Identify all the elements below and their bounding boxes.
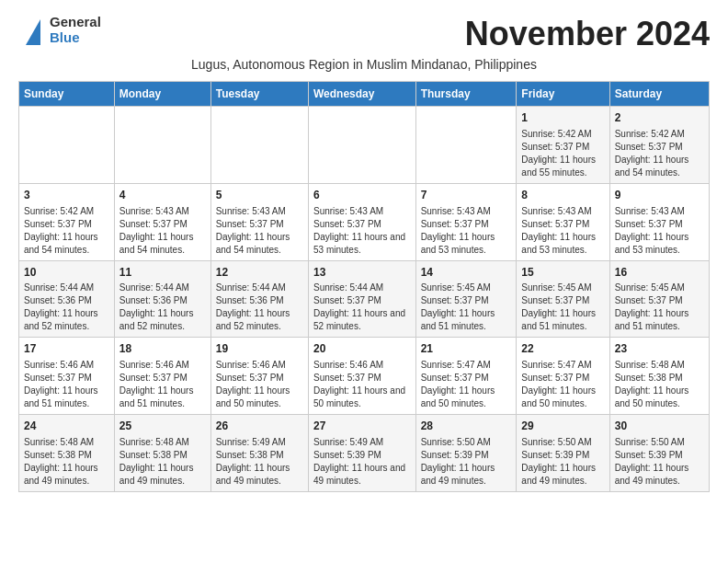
calendar-cell: 27Sunrise: 5:49 AM Sunset: 5:39 PM Dayli… <box>308 415 415 492</box>
day-number: 17 <box>24 341 109 357</box>
day-number: 19 <box>216 341 303 357</box>
logo-blue-text: Blue <box>50 30 101 46</box>
day-info: Sunrise: 5:42 AM Sunset: 5:37 PM Dayligh… <box>615 128 704 179</box>
calendar-cell: 17Sunrise: 5:46 AM Sunset: 5:37 PM Dayli… <box>19 338 115 415</box>
calendar-cell: 7Sunrise: 5:43 AM Sunset: 5:37 PM Daylig… <box>415 183 517 260</box>
calendar-cell: 13Sunrise: 5:44 AM Sunset: 5:37 PM Dayli… <box>308 260 415 338</box>
day-number: 29 <box>521 419 604 434</box>
calendar-cell: 14Sunrise: 5:45 AM Sunset: 5:37 PM Dayli… <box>415 260 517 338</box>
calendar-cell <box>308 107 415 184</box>
day-number: 20 <box>313 341 411 357</box>
calendar-header-row: SundayMondayTuesdayWednesdayThursdayFrid… <box>19 82 710 107</box>
day-info: Sunrise: 5:48 AM Sunset: 5:38 PM Dayligh… <box>119 436 206 488</box>
day-info: Sunrise: 5:50 AM Sunset: 5:39 PM Dayligh… <box>615 436 704 488</box>
day-number: 2 <box>615 110 704 126</box>
day-number: 14 <box>421 265 512 281</box>
day-info: Sunrise: 5:46 AM Sunset: 5:37 PM Dayligh… <box>119 359 206 410</box>
day-number: 24 <box>24 419 109 434</box>
calendar-week-row: 1Sunrise: 5:42 AM Sunset: 5:37 PM Daylig… <box>19 107 710 184</box>
day-info: Sunrise: 5:50 AM Sunset: 5:39 PM Dayligh… <box>421 436 512 488</box>
calendar-cell: 16Sunrise: 5:45 AM Sunset: 5:37 PM Dayli… <box>609 260 709 338</box>
col-header-saturday: Saturday <box>609 82 709 107</box>
day-info: Sunrise: 5:46 AM Sunset: 5:37 PM Dayligh… <box>313 359 411 410</box>
day-number: 18 <box>119 341 206 357</box>
day-info: Sunrise: 5:44 AM Sunset: 5:36 PM Dayligh… <box>119 282 206 333</box>
day-info: Sunrise: 5:44 AM Sunset: 5:36 PM Dayligh… <box>24 282 109 333</box>
day-info: Sunrise: 5:42 AM Sunset: 5:37 PM Dayligh… <box>24 205 109 257</box>
calendar-cell <box>114 107 210 184</box>
day-info: Sunrise: 5:43 AM Sunset: 5:37 PM Dayligh… <box>119 205 206 257</box>
day-number: 23 <box>615 341 704 357</box>
calendar-table: SundayMondayTuesdayWednesdayThursdayFrid… <box>18 81 710 492</box>
calendar-cell: 22Sunrise: 5:47 AM Sunset: 5:37 PM Dayli… <box>517 338 609 415</box>
day-number: 22 <box>521 341 604 357</box>
calendar-cell: 12Sunrise: 5:44 AM Sunset: 5:36 PM Dayli… <box>210 260 308 338</box>
calendar-cell: 24Sunrise: 5:48 AM Sunset: 5:38 PM Dayli… <box>19 415 115 492</box>
day-info: Sunrise: 5:48 AM Sunset: 5:38 PM Dayligh… <box>615 359 704 410</box>
day-info: Sunrise: 5:49 AM Sunset: 5:39 PM Dayligh… <box>313 436 411 488</box>
day-info: Sunrise: 5:47 AM Sunset: 5:37 PM Dayligh… <box>521 359 604 410</box>
calendar-cell: 2Sunrise: 5:42 AM Sunset: 5:37 PM Daylig… <box>609 107 709 184</box>
day-number: 7 <box>421 188 512 203</box>
calendar-week-row: 10Sunrise: 5:44 AM Sunset: 5:36 PM Dayli… <box>19 260 710 338</box>
day-number: 3 <box>24 188 109 203</box>
calendar-cell: 25Sunrise: 5:48 AM Sunset: 5:38 PM Dayli… <box>114 415 210 492</box>
day-info: Sunrise: 5:44 AM Sunset: 5:37 PM Dayligh… <box>313 282 411 333</box>
day-info: Sunrise: 5:45 AM Sunset: 5:37 PM Dayligh… <box>615 282 704 333</box>
day-info: Sunrise: 5:43 AM Sunset: 5:37 PM Dayligh… <box>521 205 604 257</box>
calendar-week-row: 17Sunrise: 5:46 AM Sunset: 5:37 PM Dayli… <box>19 338 710 415</box>
calendar-cell: 9Sunrise: 5:43 AM Sunset: 5:37 PM Daylig… <box>609 183 709 260</box>
day-number: 1 <box>521 110 604 126</box>
calendar-cell: 28Sunrise: 5:50 AM Sunset: 5:39 PM Dayli… <box>415 415 517 492</box>
col-header-monday: Monday <box>114 82 210 107</box>
page-header: General Blue November 2024 <box>18 15 710 53</box>
day-info: Sunrise: 5:45 AM Sunset: 5:37 PM Dayligh… <box>421 282 512 333</box>
month-title: November 2024 <box>465 15 710 53</box>
calendar-week-row: 3Sunrise: 5:42 AM Sunset: 5:37 PM Daylig… <box>19 183 710 260</box>
day-info: Sunrise: 5:43 AM Sunset: 5:37 PM Dayligh… <box>421 205 512 257</box>
calendar-cell: 11Sunrise: 5:44 AM Sunset: 5:36 PM Dayli… <box>114 260 210 338</box>
day-info: Sunrise: 5:46 AM Sunset: 5:37 PM Dayligh… <box>216 359 303 410</box>
day-info: Sunrise: 5:46 AM Sunset: 5:37 PM Dayligh… <box>24 359 109 410</box>
day-info: Sunrise: 5:45 AM Sunset: 5:37 PM Dayligh… <box>521 282 604 333</box>
day-number: 30 <box>615 419 704 434</box>
day-info: Sunrise: 5:47 AM Sunset: 5:37 PM Dayligh… <box>421 359 512 410</box>
day-number: 13 <box>313 265 411 281</box>
day-number: 21 <box>421 341 512 357</box>
logo-general-text: General <box>50 15 101 30</box>
day-info: Sunrise: 5:50 AM Sunset: 5:39 PM Dayligh… <box>521 436 604 488</box>
day-number: 6 <box>313 188 411 203</box>
calendar-cell: 15Sunrise: 5:45 AM Sunset: 5:37 PM Dayli… <box>517 260 609 338</box>
calendar-cell: 29Sunrise: 5:50 AM Sunset: 5:39 PM Dayli… <box>517 415 609 492</box>
calendar-cell: 4Sunrise: 5:43 AM Sunset: 5:37 PM Daylig… <box>114 183 210 260</box>
day-number: 12 <box>216 265 303 281</box>
col-header-sunday: Sunday <box>19 82 115 107</box>
calendar-cell: 20Sunrise: 5:46 AM Sunset: 5:37 PM Dayli… <box>308 338 415 415</box>
calendar-cell: 19Sunrise: 5:46 AM Sunset: 5:37 PM Dayli… <box>210 338 308 415</box>
calendar-cell <box>19 107 115 184</box>
calendar-cell: 26Sunrise: 5:49 AM Sunset: 5:38 PM Dayli… <box>210 415 308 492</box>
day-number: 16 <box>615 265 704 281</box>
day-number: 25 <box>119 419 206 434</box>
calendar-cell: 18Sunrise: 5:46 AM Sunset: 5:37 PM Dayli… <box>114 338 210 415</box>
col-header-wednesday: Wednesday <box>308 82 415 107</box>
day-number: 4 <box>119 188 206 203</box>
day-info: Sunrise: 5:44 AM Sunset: 5:36 PM Dayligh… <box>216 282 303 333</box>
day-number: 5 <box>216 188 303 203</box>
day-info: Sunrise: 5:49 AM Sunset: 5:38 PM Dayligh… <box>216 436 303 488</box>
calendar-week-row: 24Sunrise: 5:48 AM Sunset: 5:38 PM Dayli… <box>19 415 710 492</box>
col-header-tuesday: Tuesday <box>210 82 308 107</box>
calendar-cell: 3Sunrise: 5:42 AM Sunset: 5:37 PM Daylig… <box>19 183 115 260</box>
calendar-cell: 5Sunrise: 5:43 AM Sunset: 5:37 PM Daylig… <box>210 183 308 260</box>
day-info: Sunrise: 5:43 AM Sunset: 5:37 PM Dayligh… <box>313 205 411 257</box>
day-number: 10 <box>24 265 109 281</box>
calendar-cell: 8Sunrise: 5:43 AM Sunset: 5:37 PM Daylig… <box>517 183 609 260</box>
logo: General Blue <box>18 15 101 45</box>
day-info: Sunrise: 5:43 AM Sunset: 5:37 PM Dayligh… <box>615 205 704 257</box>
calendar-cell <box>415 107 517 184</box>
calendar-cell: 30Sunrise: 5:50 AM Sunset: 5:39 PM Dayli… <box>609 415 709 492</box>
col-header-thursday: Thursday <box>415 82 517 107</box>
col-header-friday: Friday <box>517 82 609 107</box>
calendar-cell <box>210 107 308 184</box>
day-number: 9 <box>615 188 704 203</box>
